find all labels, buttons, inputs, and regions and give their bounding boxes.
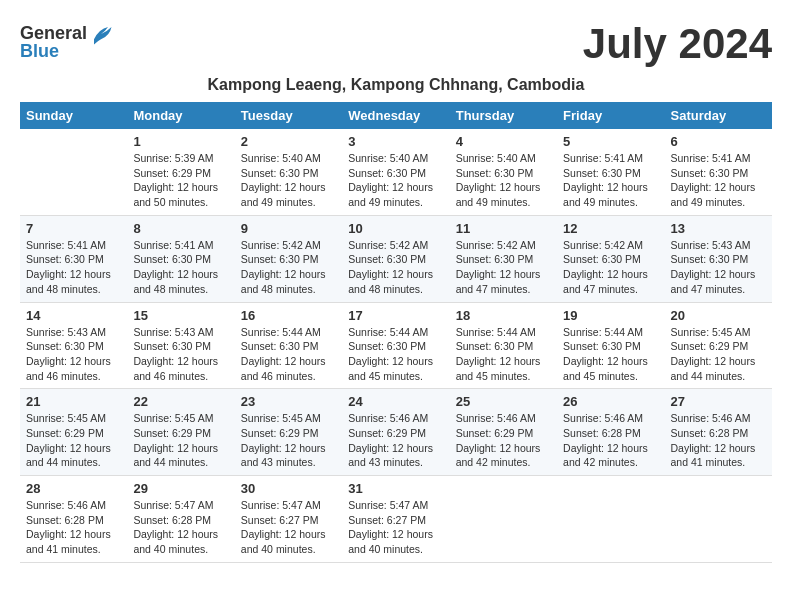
calendar-week-row: 1Sunrise: 5:39 AM Sunset: 6:29 PM Daylig… [20,129,772,215]
day-number: 23 [241,394,336,409]
calendar-cell: 10Sunrise: 5:42 AM Sunset: 6:30 PM Dayli… [342,215,449,302]
day-number: 12 [563,221,658,236]
day-number: 19 [563,308,658,323]
day-info: Sunrise: 5:44 AM Sunset: 6:30 PM Dayligh… [456,325,551,384]
day-number: 28 [26,481,121,496]
calendar-cell: 30Sunrise: 5:47 AM Sunset: 6:27 PM Dayli… [235,476,342,563]
calendar-cell: 8Sunrise: 5:41 AM Sunset: 6:30 PM Daylig… [127,215,234,302]
day-info: Sunrise: 5:40 AM Sunset: 6:30 PM Dayligh… [348,151,443,210]
day-info: Sunrise: 5:44 AM Sunset: 6:30 PM Dayligh… [348,325,443,384]
calendar-cell: 16Sunrise: 5:44 AM Sunset: 6:30 PM Dayli… [235,302,342,389]
calendar-cell: 26Sunrise: 5:46 AM Sunset: 6:28 PM Dayli… [557,389,664,476]
day-info: Sunrise: 5:42 AM Sunset: 6:30 PM Dayligh… [563,238,658,297]
day-number: 27 [671,394,766,409]
subtitle: Kampong Leaeng, Kampong Chhnang, Cambodi… [20,76,772,94]
day-number: 31 [348,481,443,496]
calendar-cell [557,476,664,563]
day-number: 10 [348,221,443,236]
day-number: 15 [133,308,228,323]
weekday-header-monday: Monday [127,102,234,129]
calendar-week-row: 14Sunrise: 5:43 AM Sunset: 6:30 PM Dayli… [20,302,772,389]
day-info: Sunrise: 5:41 AM Sunset: 6:30 PM Dayligh… [671,151,766,210]
day-info: Sunrise: 5:45 AM Sunset: 6:29 PM Dayligh… [26,411,121,470]
day-info: Sunrise: 5:46 AM Sunset: 6:28 PM Dayligh… [26,498,121,557]
day-number: 11 [456,221,551,236]
day-number: 24 [348,394,443,409]
day-info: Sunrise: 5:43 AM Sunset: 6:30 PM Dayligh… [26,325,121,384]
calendar-week-row: 28Sunrise: 5:46 AM Sunset: 6:28 PM Dayli… [20,476,772,563]
calendar-cell: 19Sunrise: 5:44 AM Sunset: 6:30 PM Dayli… [557,302,664,389]
calendar-cell: 24Sunrise: 5:46 AM Sunset: 6:29 PM Dayli… [342,389,449,476]
day-number: 6 [671,134,766,149]
day-info: Sunrise: 5:44 AM Sunset: 6:30 PM Dayligh… [563,325,658,384]
day-info: Sunrise: 5:44 AM Sunset: 6:30 PM Dayligh… [241,325,336,384]
day-number: 4 [456,134,551,149]
calendar-table: SundayMondayTuesdayWednesdayThursdayFrid… [20,102,772,563]
day-info: Sunrise: 5:45 AM Sunset: 6:29 PM Dayligh… [133,411,228,470]
day-info: Sunrise: 5:47 AM Sunset: 6:27 PM Dayligh… [241,498,336,557]
day-info: Sunrise: 5:45 AM Sunset: 6:29 PM Dayligh… [241,411,336,470]
calendar-week-row: 7Sunrise: 5:41 AM Sunset: 6:30 PM Daylig… [20,215,772,302]
day-number: 7 [26,221,121,236]
day-info: Sunrise: 5:46 AM Sunset: 6:29 PM Dayligh… [348,411,443,470]
day-info: Sunrise: 5:40 AM Sunset: 6:30 PM Dayligh… [456,151,551,210]
day-number: 22 [133,394,228,409]
calendar-week-row: 21Sunrise: 5:45 AM Sunset: 6:29 PM Dayli… [20,389,772,476]
weekday-header-saturday: Saturday [665,102,772,129]
day-number: 8 [133,221,228,236]
calendar-cell: 3Sunrise: 5:40 AM Sunset: 6:30 PM Daylig… [342,129,449,215]
calendar-cell: 11Sunrise: 5:42 AM Sunset: 6:30 PM Dayli… [450,215,557,302]
day-number: 21 [26,394,121,409]
day-number: 5 [563,134,658,149]
calendar-cell: 20Sunrise: 5:45 AM Sunset: 6:29 PM Dayli… [665,302,772,389]
day-info: Sunrise: 5:41 AM Sunset: 6:30 PM Dayligh… [26,238,121,297]
day-number: 20 [671,308,766,323]
day-info: Sunrise: 5:39 AM Sunset: 6:29 PM Dayligh… [133,151,228,210]
weekday-header-row: SundayMondayTuesdayWednesdayThursdayFrid… [20,102,772,129]
day-info: Sunrise: 5:43 AM Sunset: 6:30 PM Dayligh… [671,238,766,297]
day-number: 14 [26,308,121,323]
page-container: General Blue July 2024 Kampong Leaeng, K… [20,20,772,563]
day-number: 29 [133,481,228,496]
day-number: 25 [456,394,551,409]
calendar-cell: 1Sunrise: 5:39 AM Sunset: 6:29 PM Daylig… [127,129,234,215]
calendar-cell: 25Sunrise: 5:46 AM Sunset: 6:29 PM Dayli… [450,389,557,476]
weekday-header-wednesday: Wednesday [342,102,449,129]
day-info: Sunrise: 5:43 AM Sunset: 6:30 PM Dayligh… [133,325,228,384]
calendar-cell: 23Sunrise: 5:45 AM Sunset: 6:29 PM Dayli… [235,389,342,476]
day-info: Sunrise: 5:42 AM Sunset: 6:30 PM Dayligh… [241,238,336,297]
calendar-cell: 27Sunrise: 5:46 AM Sunset: 6:28 PM Dayli… [665,389,772,476]
logo-bird-icon [87,20,115,48]
weekday-header-thursday: Thursday [450,102,557,129]
logo-text-blue: Blue [20,42,59,62]
day-info: Sunrise: 5:41 AM Sunset: 6:30 PM Dayligh… [133,238,228,297]
day-number: 18 [456,308,551,323]
calendar-cell: 9Sunrise: 5:42 AM Sunset: 6:30 PM Daylig… [235,215,342,302]
calendar-cell: 15Sunrise: 5:43 AM Sunset: 6:30 PM Dayli… [127,302,234,389]
calendar-cell: 31Sunrise: 5:47 AM Sunset: 6:27 PM Dayli… [342,476,449,563]
calendar-cell [450,476,557,563]
day-info: Sunrise: 5:46 AM Sunset: 6:28 PM Dayligh… [563,411,658,470]
calendar-cell: 22Sunrise: 5:45 AM Sunset: 6:29 PM Dayli… [127,389,234,476]
day-info: Sunrise: 5:40 AM Sunset: 6:30 PM Dayligh… [241,151,336,210]
calendar-cell: 7Sunrise: 5:41 AM Sunset: 6:30 PM Daylig… [20,215,127,302]
day-number: 1 [133,134,228,149]
day-number: 30 [241,481,336,496]
header-section: General Blue July 2024 [20,20,772,68]
calendar-cell: 12Sunrise: 5:42 AM Sunset: 6:30 PM Dayli… [557,215,664,302]
month-title: July 2024 [583,20,772,68]
calendar-cell: 6Sunrise: 5:41 AM Sunset: 6:30 PM Daylig… [665,129,772,215]
day-info: Sunrise: 5:46 AM Sunset: 6:29 PM Dayligh… [456,411,551,470]
day-info: Sunrise: 5:47 AM Sunset: 6:27 PM Dayligh… [348,498,443,557]
weekday-header-friday: Friday [557,102,664,129]
calendar-cell: 4Sunrise: 5:40 AM Sunset: 6:30 PM Daylig… [450,129,557,215]
calendar-cell: 18Sunrise: 5:44 AM Sunset: 6:30 PM Dayli… [450,302,557,389]
day-number: 3 [348,134,443,149]
calendar-cell: 28Sunrise: 5:46 AM Sunset: 6:28 PM Dayli… [20,476,127,563]
weekday-header-sunday: Sunday [20,102,127,129]
day-info: Sunrise: 5:45 AM Sunset: 6:29 PM Dayligh… [671,325,766,384]
calendar-cell: 29Sunrise: 5:47 AM Sunset: 6:28 PM Dayli… [127,476,234,563]
day-info: Sunrise: 5:47 AM Sunset: 6:28 PM Dayligh… [133,498,228,557]
calendar-cell [20,129,127,215]
calendar-cell: 14Sunrise: 5:43 AM Sunset: 6:30 PM Dayli… [20,302,127,389]
